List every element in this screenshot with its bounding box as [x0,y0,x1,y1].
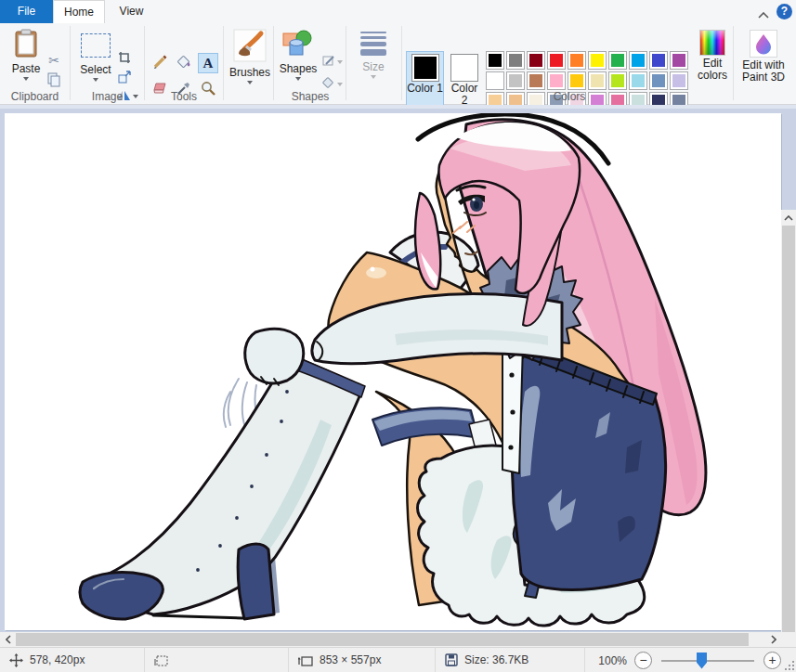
brush-icon [228,29,271,65]
edit-colors-label: Edit colors [693,58,732,82]
drawing-canvas[interactable] [5,113,781,630]
horizontal-scrollbar[interactable] [0,632,781,647]
canvas-size-value: 853 × 557px [320,653,381,666]
group-separator [401,26,402,100]
workarea-top-strip [0,105,796,109]
palette-color-1-2[interactable] [527,71,545,90]
zoom-slider-thumb[interactable] [697,653,707,669]
palette-color-0-5[interactable] [588,51,607,70]
scrollbar-corner [781,632,796,647]
scroll-left-icon[interactable] [0,632,16,647]
color2-swatch [450,54,478,82]
dropdown-arrow-icon [93,78,98,82]
color-palette [486,51,692,112]
zoom-slider[interactable] [661,660,754,662]
help-icon[interactable]: ? [776,4,792,19]
cursor-position-value: 578, 420px [30,653,85,666]
cursor-position-cell: 578, 420px [0,648,144,672]
palette-color-1-8[interactable] [649,71,668,90]
ribbon: Paste ✂ Clipboard Select [0,23,796,105]
group-separator [70,26,71,100]
tab-file[interactable]: File [0,0,53,23]
save-icon [445,653,458,666]
edit-with-paint3d-button[interactable]: Edit with Paint 3D [737,26,790,102]
palette-color-1-7[interactable] [629,71,647,90]
size-button[interactable]: Size [351,26,396,102]
canvas-work-area [0,105,796,647]
vertical-scrollbar[interactable] [781,210,796,672]
group-separator [223,26,224,100]
pencil-icon [152,54,168,72]
pencil-tool[interactable] [150,53,170,73]
resize-button[interactable] [115,70,134,86]
scissors-icon: ✂ [48,53,59,68]
clipboard-icon [6,29,46,61]
canvas-artwork[interactable] [5,113,781,630]
palette-color-0-1[interactable] [506,51,525,70]
size-icon [351,32,396,56]
group-separator [346,26,346,100]
resize-grip[interactable] [785,661,794,670]
palette-color-0-6[interactable] [608,51,627,70]
shapes-group-label: Shapes [275,90,346,103]
resize-icon [118,70,132,86]
edit-with-paint3d-label: Edit with Paint 3D [737,59,790,84]
cursor-position-icon [9,653,23,667]
group-separator [144,26,145,100]
horizontal-scroll-thumb[interactable] [16,633,749,646]
statusbar-separator [584,648,585,672]
clipboard-group-label: Clipboard [0,90,70,103]
shape-outline-button[interactable] [320,54,344,71]
status-bar: 578, 420px 853 × 557px Size: 36.7KB 100%… [0,647,796,672]
file-size-value: Size: 36.7KB [464,653,528,666]
scroll-up-icon[interactable] [781,210,796,226]
palette-color-0-9[interactable] [670,51,688,70]
copy-icon [46,72,61,90]
vertical-scroll-thumb[interactable] [782,226,795,672]
zoom-out-button[interactable]: − [634,652,652,669]
tab-view[interactable]: View [105,0,158,23]
dropdown-arrow-icon [295,77,301,81]
palette-color-0-7[interactable] [629,51,647,70]
zoom-in-button[interactable]: + [763,652,781,669]
tab-home[interactable]: Home [53,0,105,23]
crop-button[interactable] [115,51,134,68]
cut-button[interactable]: ✂ [45,52,63,69]
copy-button[interactable] [45,72,63,89]
text-tool[interactable]: A [198,53,218,73]
fill-tool[interactable] [174,53,194,73]
palette-color-1-1[interactable] [506,71,525,90]
palette-color-1-5[interactable] [588,71,607,90]
image-group-label: Image [71,90,144,103]
outline-pencil-icon [321,54,335,71]
crop-icon [118,51,132,68]
selection-size-icon [154,654,168,666]
canvas-size-cell: 853 × 557px [289,648,435,672]
text-icon: A [203,56,214,71]
palette-color-1-6[interactable] [608,71,627,90]
zoom-controls: 100% − + [598,648,785,672]
shapes-label: Shapes [278,62,319,75]
palette-color-0-3[interactable] [547,51,566,70]
scroll-right-icon[interactable] [765,632,781,647]
brushes-button[interactable]: Brushes [228,26,271,102]
palette-color-1-3[interactable] [547,71,566,90]
size-label: Size [351,60,396,73]
shapes-icon [278,29,319,61]
palette-color-0-0[interactable] [486,51,504,70]
palette-color-1-9[interactable] [670,71,688,90]
palette-color-0-4[interactable] [568,51,586,70]
dropdown-arrow-icon [371,75,376,79]
color1-swatch [411,54,439,82]
palette-color-0-2[interactable] [527,51,545,70]
palette-color-1-0[interactable] [486,71,504,90]
file-size-cell: Size: 36.7KB [436,648,584,672]
fill-bucket-icon [176,54,192,72]
palette-color-0-8[interactable] [649,51,668,70]
palette-color-1-4[interactable] [568,71,586,90]
colors-group-label: Colors [406,90,733,103]
brushes-label: Brushes [228,66,271,79]
minimize-ribbon-icon[interactable] [758,8,769,21]
select-icon [81,33,111,58]
artwork-sock-shoe [80,353,365,619]
